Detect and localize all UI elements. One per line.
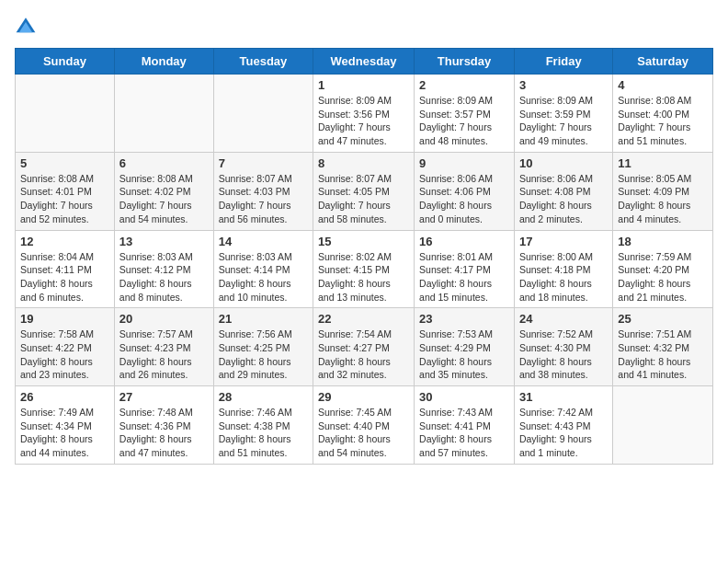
day-info: Sunrise: 8:08 AM Sunset: 4:02 PM Dayligh… (119, 172, 209, 226)
day-info: Sunrise: 8:05 AM Sunset: 4:09 PM Dayligh… (618, 172, 708, 226)
day-number: 1 (318, 78, 409, 92)
day-number: 3 (519, 78, 608, 92)
calendar-cell: 6Sunrise: 8:08 AM Sunset: 4:02 PM Daylig… (114, 152, 213, 230)
day-info: Sunrise: 7:58 AM Sunset: 4:22 PM Dayligh… (20, 327, 109, 382)
day-number: 7 (219, 156, 308, 170)
day-number: 20 (119, 312, 209, 326)
day-info: Sunrise: 8:03 AM Sunset: 4:14 PM Dayligh… (219, 250, 308, 304)
day-number: 15 (318, 235, 409, 248)
day-number: 8 (318, 156, 409, 170)
day-number: 27 (119, 390, 209, 404)
day-number: 26 (20, 390, 109, 404)
day-info: Sunrise: 7:56 AM Sunset: 4:25 PM Dayligh… (219, 327, 308, 382)
day-number: 5 (20, 156, 109, 170)
day-number: 17 (519, 235, 608, 248)
calendar-body: 1Sunrise: 8:09 AM Sunset: 3:56 PM Daylig… (16, 75, 713, 465)
day-info: Sunrise: 7:46 AM Sunset: 4:38 PM Dayligh… (219, 406, 308, 460)
calendar-week-5: 26Sunrise: 7:49 AM Sunset: 4:34 PM Dayli… (16, 386, 713, 465)
day-number: 11 (618, 156, 708, 170)
day-info: Sunrise: 8:08 AM Sunset: 4:00 PM Dayligh… (618, 94, 708, 148)
day-number: 28 (219, 390, 308, 404)
day-info: Sunrise: 8:09 AM Sunset: 3:57 PM Dayligh… (419, 94, 509, 148)
day-info: Sunrise: 7:43 AM Sunset: 4:41 PM Dayligh… (419, 406, 509, 460)
logo-icon (15, 15, 37, 37)
calendar-cell (114, 75, 213, 153)
day-number: 13 (119, 235, 209, 248)
calendar-week-2: 5Sunrise: 8:08 AM Sunset: 4:01 PM Daylig… (16, 152, 713, 230)
calendar-cell: 17Sunrise: 8:00 AM Sunset: 4:18 PM Dayli… (514, 230, 612, 308)
day-number: 9 (419, 156, 509, 170)
day-number: 19 (20, 312, 109, 326)
day-number: 21 (219, 312, 308, 326)
day-info: Sunrise: 8:08 AM Sunset: 4:01 PM Dayligh… (20, 172, 109, 226)
calendar-cell: 21Sunrise: 7:56 AM Sunset: 4:25 PM Dayli… (213, 308, 313, 386)
day-number: 4 (618, 78, 708, 92)
day-info: Sunrise: 8:03 AM Sunset: 4:12 PM Dayligh… (119, 250, 209, 304)
day-number: 2 (419, 78, 509, 92)
calendar-header-saturday: Saturday (613, 49, 713, 75)
day-info: Sunrise: 8:09 AM Sunset: 3:56 PM Dayligh… (318, 94, 409, 148)
calendar-cell: 5Sunrise: 8:08 AM Sunset: 4:01 PM Daylig… (16, 152, 115, 230)
calendar-cell: 25Sunrise: 7:51 AM Sunset: 4:32 PM Dayli… (613, 308, 713, 386)
day-info: Sunrise: 8:07 AM Sunset: 4:05 PM Dayligh… (318, 172, 409, 226)
calendar-cell: 7Sunrise: 8:07 AM Sunset: 4:03 PM Daylig… (213, 152, 313, 230)
calendar-header-wednesday: Wednesday (313, 49, 415, 75)
calendar-cell: 28Sunrise: 7:46 AM Sunset: 4:38 PM Dayli… (213, 386, 313, 465)
day-number: 25 (618, 312, 708, 326)
day-number: 14 (219, 235, 308, 248)
day-info: Sunrise: 7:57 AM Sunset: 4:23 PM Dayligh… (119, 327, 209, 382)
calendar-header-sunday: Sunday (16, 49, 115, 75)
day-info: Sunrise: 8:07 AM Sunset: 4:03 PM Dayligh… (219, 172, 308, 226)
calendar-cell: 26Sunrise: 7:49 AM Sunset: 4:34 PM Dayli… (16, 386, 115, 465)
calendar-cell (613, 386, 713, 465)
calendar-cell: 12Sunrise: 8:04 AM Sunset: 4:11 PM Dayli… (16, 230, 115, 308)
day-number: 24 (519, 312, 608, 326)
calendar-cell: 23Sunrise: 7:53 AM Sunset: 4:29 PM Dayli… (415, 308, 515, 386)
calendar-cell (213, 75, 313, 153)
day-info: Sunrise: 7:54 AM Sunset: 4:27 PM Dayligh… (318, 327, 409, 382)
day-info: Sunrise: 8:04 AM Sunset: 4:11 PM Dayligh… (20, 250, 109, 304)
calendar-cell: 16Sunrise: 8:01 AM Sunset: 4:17 PM Dayli… (415, 230, 515, 308)
day-number: 22 (318, 312, 409, 326)
calendar-cell: 2Sunrise: 8:09 AM Sunset: 3:57 PM Daylig… (415, 75, 515, 153)
calendar-header-tuesday: Tuesday (213, 49, 313, 75)
day-number: 10 (519, 156, 608, 170)
calendar-cell: 3Sunrise: 8:09 AM Sunset: 3:59 PM Daylig… (514, 75, 612, 153)
day-info: Sunrise: 8:06 AM Sunset: 4:08 PM Dayligh… (519, 172, 608, 226)
day-number: 6 (119, 156, 209, 170)
day-info: Sunrise: 7:51 AM Sunset: 4:32 PM Dayligh… (618, 327, 708, 382)
day-number: 29 (318, 390, 409, 404)
calendar-cell: 14Sunrise: 8:03 AM Sunset: 4:14 PM Dayli… (213, 230, 313, 308)
calendar-cell: 29Sunrise: 7:45 AM Sunset: 4:40 PM Dayli… (313, 386, 415, 465)
calendar-cell: 27Sunrise: 7:48 AM Sunset: 4:36 PM Dayli… (114, 386, 213, 465)
calendar-header-row: SundayMondayTuesdayWednesdayThursdayFrid… (16, 49, 713, 75)
calendar-cell (16, 75, 115, 153)
day-number: 16 (419, 235, 509, 248)
logo (15, 15, 40, 37)
day-info: Sunrise: 7:42 AM Sunset: 4:43 PM Dayligh… (519, 406, 608, 460)
day-number: 30 (419, 390, 509, 404)
calendar-cell: 13Sunrise: 8:03 AM Sunset: 4:12 PM Dayli… (114, 230, 213, 308)
calendar-cell: 9Sunrise: 8:06 AM Sunset: 4:06 PM Daylig… (415, 152, 515, 230)
calendar-week-3: 12Sunrise: 8:04 AM Sunset: 4:11 PM Dayli… (16, 230, 713, 308)
day-info: Sunrise: 8:02 AM Sunset: 4:15 PM Dayligh… (318, 250, 409, 304)
day-info: Sunrise: 7:48 AM Sunset: 4:36 PM Dayligh… (119, 406, 209, 460)
calendar-cell: 20Sunrise: 7:57 AM Sunset: 4:23 PM Dayli… (114, 308, 213, 386)
calendar-header-friday: Friday (514, 49, 612, 75)
day-info: Sunrise: 8:09 AM Sunset: 3:59 PM Dayligh… (519, 94, 608, 148)
calendar-cell: 22Sunrise: 7:54 AM Sunset: 4:27 PM Dayli… (313, 308, 415, 386)
calendar-cell: 19Sunrise: 7:58 AM Sunset: 4:22 PM Dayli… (16, 308, 115, 386)
calendar-header-monday: Monday (114, 49, 213, 75)
calendar-cell: 24Sunrise: 7:52 AM Sunset: 4:30 PM Dayli… (514, 308, 612, 386)
calendar-cell: 11Sunrise: 8:05 AM Sunset: 4:09 PM Dayli… (613, 152, 713, 230)
day-info: Sunrise: 7:53 AM Sunset: 4:29 PM Dayligh… (419, 327, 509, 382)
calendar-cell: 10Sunrise: 8:06 AM Sunset: 4:08 PM Dayli… (514, 152, 612, 230)
calendar-cell: 1Sunrise: 8:09 AM Sunset: 3:56 PM Daylig… (313, 75, 415, 153)
day-info: Sunrise: 7:59 AM Sunset: 4:20 PM Dayligh… (618, 250, 708, 304)
page-header (15, 15, 713, 37)
calendar-table: SundayMondayTuesdayWednesdayThursdayFrid… (15, 48, 713, 465)
calendar-cell: 18Sunrise: 7:59 AM Sunset: 4:20 PM Dayli… (613, 230, 713, 308)
calendar-cell: 15Sunrise: 8:02 AM Sunset: 4:15 PM Dayli… (313, 230, 415, 308)
day-info: Sunrise: 8:06 AM Sunset: 4:06 PM Dayligh… (419, 172, 509, 226)
day-number: 18 (618, 235, 708, 248)
